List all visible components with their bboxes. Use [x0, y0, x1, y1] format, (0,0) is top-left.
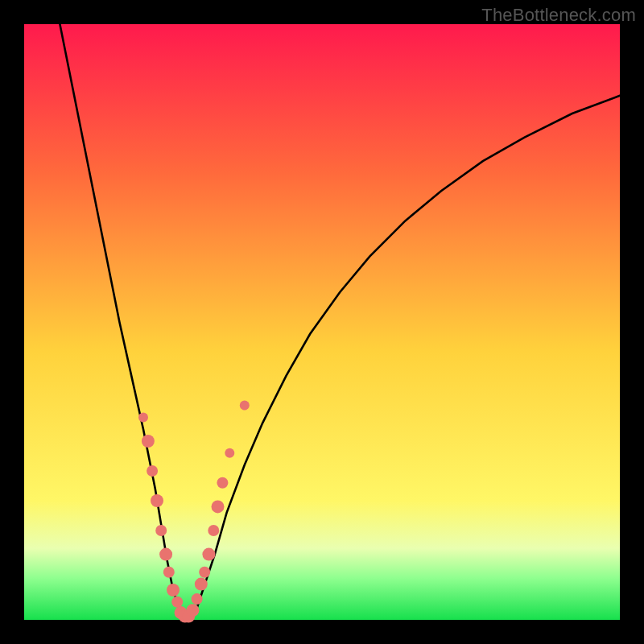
- marker-dot: [202, 548, 215, 561]
- chart-svg: [24, 24, 620, 620]
- marker-dot: [225, 448, 234, 458]
- chart-plot-area: [24, 24, 620, 620]
- marker-dot: [171, 597, 183, 608]
- marker-dot: [167, 584, 180, 597]
- marker-dot: [212, 500, 225, 513]
- marker-dot: [155, 525, 167, 536]
- marker-dot: [192, 593, 203, 605]
- chart-frame: TheBottleneck.com: [0, 0, 644, 644]
- marker-dot: [163, 567, 175, 578]
- watermark-text: TheBottleneck.com: [481, 5, 636, 26]
- marker-dot: [240, 401, 250, 411]
- bottleneck-curve-path: [60, 24, 620, 617]
- marker-dot: [151, 494, 163, 507]
- marker-dot: [186, 604, 199, 617]
- marker-dot: [147, 465, 158, 477]
- marker-dot: [208, 525, 219, 536]
- marker-dot: [199, 567, 210, 578]
- marker-dot: [159, 548, 172, 561]
- marker-dot: [217, 477, 228, 489]
- marker-group: [138, 401, 250, 623]
- marker-dot: [142, 435, 155, 448]
- marker-dot: [138, 412, 148, 422]
- marker-dot: [195, 578, 208, 591]
